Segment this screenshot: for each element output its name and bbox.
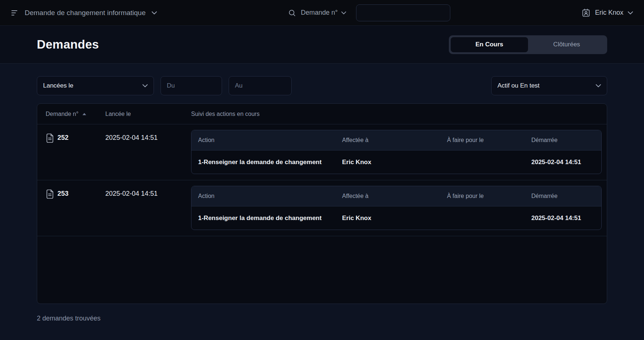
assignee-col-header: Affectée à (342, 137, 447, 144)
chevron-down-icon (628, 11, 633, 14)
date-from-wrapper (161, 76, 222, 95)
date-to-input[interactable] (235, 82, 285, 89)
search-field-selector[interactable]: Demande n° (301, 9, 346, 17)
action-col-header: Action (198, 193, 342, 199)
action-assignee: Eric Knox (342, 159, 447, 166)
table-row[interactable]: 252 2025-02-04 14:51 Action Affectée à À… (37, 124, 607, 180)
action-row[interactable]: 1-Renseigner la demande de changement Er… (191, 206, 601, 230)
started-col-header: Démarrée (531, 137, 601, 144)
user-menu[interactable]: Eric Knox (581, 8, 633, 17)
status-selected-value: Actif ou En test (497, 82, 539, 89)
app-selector[interactable]: Demande de changement informatique (11, 9, 157, 17)
date-type-select[interactable]: Lancées le (37, 76, 154, 95)
request-launch-date: 2025-02-04 14:51 (105, 186, 191, 230)
actions-subtable: Action Affectée à À faire pour le Démarr… (191, 186, 602, 230)
table-row[interactable]: 253 2025-02-04 14:51 Action Affectée à À… (37, 180, 607, 236)
search-field-label: Demande n° (301, 9, 338, 17)
chevron-down-icon (596, 84, 601, 87)
due-col-header: À faire pour le (447, 193, 531, 199)
status-tabs: En Cours Clôturées (449, 35, 607, 54)
request-number: 253 (57, 190, 68, 198)
search-input[interactable] (356, 4, 450, 21)
due-col-header: À faire pour le (447, 137, 531, 144)
column-header-actions: Suivi des actions en cours (191, 111, 607, 117)
action-assignee: Eric Knox (342, 215, 447, 222)
chevron-down-icon (341, 11, 346, 14)
sort-ascending-icon (82, 113, 86, 115)
user-badge-icon (581, 8, 591, 17)
table-empty-area (37, 236, 607, 304)
request-launch-date: 2025-02-04 14:51 (105, 130, 191, 174)
date-to-wrapper (229, 76, 292, 95)
filter-bar: Lancées le Actif ou En test (37, 76, 607, 95)
chevron-down-icon (142, 84, 148, 87)
document-icon (46, 189, 54, 199)
user-name: Eric Knox (595, 9, 623, 17)
search-icon (288, 9, 296, 17)
tab-en-cours[interactable]: En Cours (451, 37, 528, 52)
global-search: Demande n° (288, 0, 450, 25)
app-selector-label: Demande de changement informatique (25, 9, 145, 17)
top-bar: Demande de changement informatique Deman… (0, 0, 644, 26)
filter-lines-icon (11, 10, 19, 16)
status-filter-select[interactable]: Actif ou En test (491, 76, 607, 95)
actions-subtable: Action Affectée à À faire pour le Démarr… (191, 130, 602, 174)
chevron-down-icon (152, 11, 157, 14)
results-count: 2 demandes trouvées (37, 315, 607, 322)
assignee-col-header: Affectée à (342, 193, 447, 199)
actions-subtable-header: Action Affectée à À faire pour le Démarr… (191, 186, 601, 206)
action-name: 1-Renseigner la demande de changement (198, 215, 342, 222)
action-started: 2025-02-04 14:51 (531, 215, 601, 222)
page-title: Demandes (37, 38, 99, 52)
table-header-row: Demande n° Lancée le Suivi des actions e… (37, 104, 607, 124)
tab-cloturees[interactable]: Clôturées (528, 37, 605, 52)
demandes-table: Demande n° Lancée le Suivi des actions e… (37, 103, 607, 304)
column-header-launched[interactable]: Lancée le (105, 111, 191, 117)
date-type-selected-value: Lancées le (43, 82, 73, 89)
request-number: 252 (57, 134, 68, 142)
action-name: 1-Renseigner la demande de changement (198, 159, 342, 166)
actions-subtable-header: Action Affectée à À faire pour le Démarr… (191, 130, 601, 150)
page-header: Demandes En Cours Clôturées (0, 26, 644, 64)
action-row[interactable]: 1-Renseigner la demande de changement Er… (191, 150, 601, 174)
action-col-header: Action (198, 137, 342, 144)
main-content: Lancées le Actif ou En test Demande n° L… (0, 64, 644, 340)
column-header-number[interactable]: Demande n° (46, 111, 78, 117)
document-icon (46, 133, 54, 143)
date-from-input[interactable] (167, 82, 216, 89)
action-started: 2025-02-04 14:51 (531, 159, 601, 166)
started-col-header: Démarrée (531, 193, 601, 199)
